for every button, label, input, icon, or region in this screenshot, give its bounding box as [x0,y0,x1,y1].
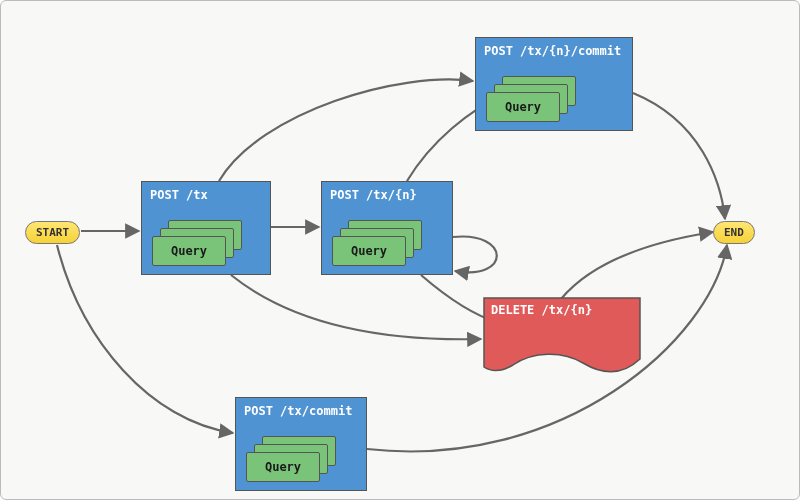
edge-delete-to-end [561,232,713,299]
node-post-txn-commit: POST /tx/{n}/commit Query [475,37,633,131]
node-delete-txn: DELETE /tx/{n} [483,297,641,379]
query-label: Query [265,460,301,474]
start-node: START [25,221,80,244]
start-label: START [36,226,69,239]
node-post-tx-commit-title: POST /tx/commit [244,404,352,418]
node-post-txn-commit-title: POST /tx/{n}/commit [484,44,621,58]
query-card-top: Query [152,236,226,266]
end-label: END [724,226,744,239]
query-stack: Query [332,220,424,266]
node-delete-txn-title: DELETE /tx/{n} [491,303,592,317]
query-stack: Query [152,220,244,266]
edge-tx-to-delete [231,275,481,339]
query-stack: Query [486,76,578,122]
query-stack: Query [246,436,338,482]
end-node: END [713,221,755,244]
node-post-txn: POST /tx/{n} Query [321,181,453,275]
query-label: Query [351,244,387,258]
query-card-top: Query [332,236,406,266]
edge-txn-selfloop [453,236,497,272]
node-post-tx-title: POST /tx [150,188,208,202]
node-post-txn-title: POST /tx/{n} [330,188,417,202]
query-card-top: Query [486,92,560,122]
query-card-top: Query [246,452,320,482]
edge-tx-to-commitn [219,79,473,181]
edge-commitn-to-end [633,93,725,219]
node-post-tx: POST /tx Query [141,181,271,275]
diagram-canvas: START END POST /tx Query POST /tx/{n} Qu… [0,0,800,500]
query-label: Query [171,244,207,258]
node-post-tx-commit: POST /tx/commit Query [235,397,367,491]
query-label: Query [505,100,541,114]
